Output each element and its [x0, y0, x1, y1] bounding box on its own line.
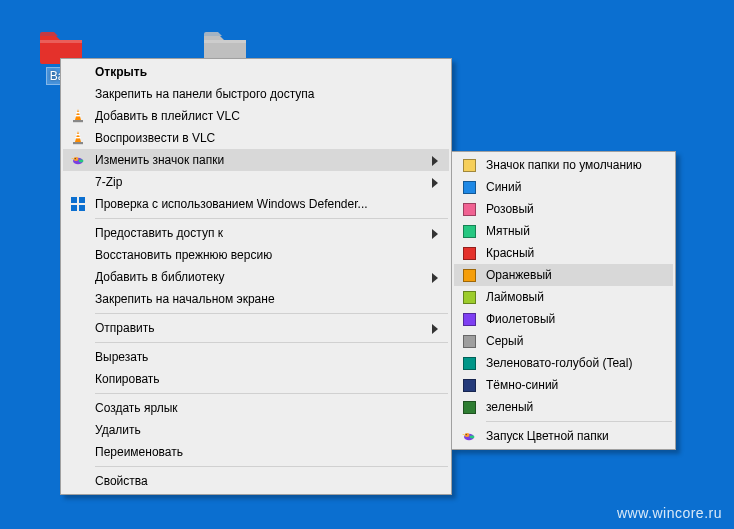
color-submenu-item-label: Значок папки по умолчанию — [486, 158, 642, 172]
bird-icon — [69, 151, 87, 169]
context-menu-item-label: 7-Zip — [95, 175, 122, 189]
color-submenu-item[interactable]: Мятный — [454, 220, 673, 242]
context-menu-item-label: Вырезать — [95, 350, 148, 364]
context-menu-separator — [95, 313, 448, 314]
context-menu-item[interactable]: Удалить — [63, 419, 449, 441]
context-menu-item[interactable]: Переименовать — [63, 441, 449, 463]
context-menu-item-label: Закрепить на начальном экране — [95, 292, 275, 306]
context-menu-separator — [95, 218, 448, 219]
context-menu-item-label: Изменить значок папки — [95, 153, 224, 167]
svg-rect-8 — [75, 137, 80, 138]
vlc-icon — [69, 129, 87, 147]
color-submenu-item[interactable]: Красный — [454, 242, 673, 264]
color-swatch-icon — [460, 266, 478, 284]
context-menu-item[interactable]: 7-Zip — [63, 171, 449, 193]
color-swatch-icon — [460, 222, 478, 240]
color-swatch-icon — [460, 332, 478, 350]
svg-rect-4 — [75, 115, 80, 116]
context-menu-item[interactable]: Проверка с использованием Windows Defend… — [63, 193, 449, 215]
context-menu-item[interactable]: Копировать — [63, 368, 449, 390]
svg-rect-7 — [76, 134, 80, 135]
color-swatch-icon — [460, 310, 478, 328]
context-menu-item[interactable]: Добавить в плейлист VLC — [63, 105, 449, 127]
context-menu-item[interactable]: Свойства — [63, 470, 449, 492]
context-menu-item-label: Создать ярлык — [95, 401, 178, 415]
color-submenu-item[interactable]: Оранжевый — [454, 264, 673, 286]
color-submenu-item[interactable]: Зеленовато-голубой (Teal) — [454, 352, 673, 374]
context-menu-item-label: Восстановить прежнюю версию — [95, 248, 272, 262]
svg-marker-6 — [75, 131, 81, 142]
context-menu-item[interactable]: Предоставить доступ к — [63, 222, 449, 244]
watermark: www.wincore.ru — [617, 505, 722, 521]
svg-point-19 — [465, 433, 470, 437]
color-submenu-item[interactable]: Розовый — [454, 198, 673, 220]
context-menu-item[interactable]: Открыть — [63, 61, 449, 83]
color-submenu-item[interactable]: Синий — [454, 176, 673, 198]
color-swatch-icon — [460, 354, 478, 372]
context-menu-item[interactable]: Отправить — [63, 317, 449, 339]
submenu-arrow-icon — [431, 177, 439, 191]
color-submenu-item[interactable]: Серый — [454, 330, 673, 352]
color-submenu-item-label: Красный — [486, 246, 534, 260]
defender-icon — [69, 195, 87, 213]
color-submenu-item-label: Серый — [486, 334, 523, 348]
color-submenu-item-label: Синий — [486, 180, 521, 194]
color-submenu-item[interactable]: Фиолетовый — [454, 308, 673, 330]
svg-rect-14 — [71, 197, 77, 203]
color-submenu-item-label: Фиолетовый — [486, 312, 555, 326]
svg-rect-3 — [76, 112, 80, 113]
context-menu-item[interactable]: Вырезать — [63, 346, 449, 368]
context-menu-item-label: Открыть — [95, 65, 147, 79]
svg-rect-1 — [204, 40, 246, 43]
context-menu-item-label: Предоставить доступ к — [95, 226, 223, 240]
svg-marker-2 — [75, 109, 81, 120]
color-submenu-item-label: зеленый — [486, 400, 533, 414]
svg-rect-0 — [40, 40, 82, 43]
submenu-arrow-icon — [431, 272, 439, 286]
context-menu-separator — [95, 342, 448, 343]
context-menu-item[interactable]: Воспроизвести в VLC — [63, 127, 449, 149]
context-menu-item[interactable]: Закрепить на панели быстрого доступа — [63, 83, 449, 105]
color-submenu-item-label: Оранжевый — [486, 268, 552, 282]
svg-point-20 — [466, 434, 467, 435]
context-menu-item-label: Закрепить на панели быстрого доступа — [95, 87, 315, 101]
svg-point-13 — [79, 160, 84, 163]
context-menu-item-label: Свойства — [95, 474, 148, 488]
context-menu-item-label: Копировать — [95, 372, 160, 386]
color-submenu-separator — [486, 421, 672, 422]
color-submenu-item[interactable]: Значок папки по умолчанию — [454, 154, 673, 176]
context-menu-item[interactable]: Создать ярлык — [63, 397, 449, 419]
submenu-arrow-icon — [431, 323, 439, 337]
color-submenu-item[interactable]: зеленый — [454, 396, 673, 418]
color-submenu-item[interactable]: Запуск Цветной папки — [454, 425, 673, 447]
svg-point-11 — [74, 157, 79, 161]
color-submenu-item[interactable]: Лаймовый — [454, 286, 673, 308]
color-submenu-item[interactable]: Тёмно-синий — [454, 374, 673, 396]
svg-rect-5 — [73, 120, 83, 122]
svg-rect-15 — [79, 197, 85, 203]
color-swatch-icon — [460, 288, 478, 306]
color-submenu[interactable]: Значок папки по умолчаниюСинийРозовыйМят… — [451, 151, 676, 450]
color-submenu-item-label: Запуск Цветной папки — [486, 429, 609, 443]
color-submenu-item-label: Тёмно-синий — [486, 378, 558, 392]
color-swatch-icon — [460, 156, 478, 174]
color-submenu-item-label: Лаймовый — [486, 290, 544, 304]
color-submenu-item-label: Мятный — [486, 224, 530, 238]
context-menu-separator — [95, 393, 448, 394]
color-submenu-item-label: Зеленовато-голубой (Teal) — [486, 356, 632, 370]
color-swatch-icon — [460, 244, 478, 262]
svg-rect-16 — [71, 205, 77, 211]
context-menu-item[interactable]: Закрепить на начальном экране — [63, 288, 449, 310]
context-menu-item-label: Проверка с использованием Windows Defend… — [95, 197, 368, 211]
context-menu[interactable]: ОткрытьЗакрепить на панели быстрого дост… — [60, 58, 452, 495]
context-menu-item[interactable]: Изменить значок папки — [63, 149, 449, 171]
submenu-arrow-icon — [431, 228, 439, 242]
context-menu-item-label: Удалить — [95, 423, 141, 437]
context-menu-item[interactable]: Восстановить прежнюю версию — [63, 244, 449, 266]
context-menu-item-label: Воспроизвести в VLC — [95, 131, 215, 145]
context-menu-item-label: Добавить в плейлист VLC — [95, 109, 240, 123]
svg-rect-9 — [73, 142, 83, 144]
svg-rect-17 — [79, 205, 85, 211]
context-menu-item[interactable]: Добавить в библиотеку — [63, 266, 449, 288]
context-menu-item-label: Добавить в библиотеку — [95, 270, 225, 284]
